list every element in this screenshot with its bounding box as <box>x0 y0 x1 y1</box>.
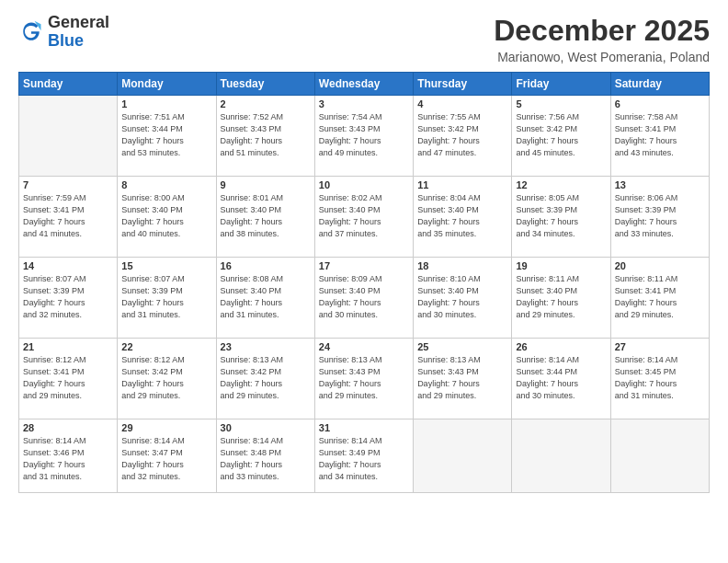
calendar-day-cell: 18Sunrise: 8:10 AMSunset: 3:40 PMDayligh… <box>414 258 512 339</box>
day-info: Sunrise: 8:14 AMSunset: 3:46 PMDaylight:… <box>23 435 113 483</box>
calendar-day-cell: 13Sunrise: 8:06 AMSunset: 3:39 PMDayligh… <box>610 177 709 258</box>
day-number: 19 <box>516 260 606 271</box>
day-number: 1 <box>121 98 211 109</box>
day-number: 29 <box>121 422 211 433</box>
calendar-day-cell: 30Sunrise: 8:14 AMSunset: 3:48 PMDayligh… <box>216 419 314 493</box>
header-friday: Friday <box>512 73 610 96</box>
calendar-table: Sunday Monday Tuesday Wednesday Thursday… <box>18 72 710 493</box>
calendar-day-cell: 3Sunrise: 7:54 AMSunset: 3:43 PMDaylight… <box>314 96 413 177</box>
day-info: Sunrise: 7:51 AMSunset: 3:44 PMDaylight:… <box>121 111 211 159</box>
day-info: Sunrise: 8:14 AMSunset: 3:44 PMDaylight:… <box>516 354 606 402</box>
logo-icon <box>18 19 44 45</box>
calendar-day-cell: 15Sunrise: 8:07 AMSunset: 3:39 PMDayligh… <box>118 258 216 339</box>
day-info: Sunrise: 8:06 AMSunset: 3:39 PMDaylight:… <box>615 192 705 240</box>
day-number: 17 <box>319 260 409 271</box>
logo-text: General Blue <box>48 14 109 51</box>
day-number: 9 <box>221 179 311 190</box>
calendar-week-row: 14Sunrise: 8:07 AMSunset: 3:39 PMDayligh… <box>19 258 710 339</box>
day-info: Sunrise: 8:12 AMSunset: 3:41 PMDaylight:… <box>23 354 113 402</box>
day-info: Sunrise: 8:08 AMSunset: 3:40 PMDaylight:… <box>221 273 311 321</box>
day-info: Sunrise: 7:58 AMSunset: 3:41 PMDaylight:… <box>615 111 705 159</box>
calendar-week-row: 7Sunrise: 7:59 AMSunset: 3:41 PMDaylight… <box>19 177 710 258</box>
day-info: Sunrise: 8:10 AMSunset: 3:40 PMDaylight:… <box>417 273 507 321</box>
day-number: 10 <box>319 179 409 190</box>
day-number: 22 <box>121 341 211 352</box>
day-info: Sunrise: 8:14 AMSunset: 3:49 PMDaylight:… <box>319 435 409 483</box>
day-number: 21 <box>23 341 113 352</box>
calendar-day-cell <box>414 419 512 493</box>
day-info: Sunrise: 8:05 AMSunset: 3:39 PMDaylight:… <box>516 192 606 240</box>
calendar-day-cell: 14Sunrise: 8:07 AMSunset: 3:39 PMDayligh… <box>19 258 118 339</box>
logo: General Blue <box>18 14 109 51</box>
calendar-week-row: 21Sunrise: 8:12 AMSunset: 3:41 PMDayligh… <box>19 339 710 419</box>
day-number: 14 <box>23 260 113 271</box>
logo-general-text: General <box>48 13 109 31</box>
header-sunday: Sunday <box>19 73 118 96</box>
calendar-day-cell: 12Sunrise: 8:05 AMSunset: 3:39 PMDayligh… <box>512 177 610 258</box>
page: General Blue December 2025 Marianowo, We… <box>0 0 728 563</box>
calendar-day-cell: 26Sunrise: 8:14 AMSunset: 3:44 PMDayligh… <box>512 339 610 419</box>
day-info: Sunrise: 8:07 AMSunset: 3:39 PMDaylight:… <box>23 273 113 321</box>
calendar-week-row: 28Sunrise: 8:14 AMSunset: 3:46 PMDayligh… <box>19 419 710 493</box>
day-info: Sunrise: 8:02 AMSunset: 3:40 PMDaylight:… <box>319 192 409 240</box>
calendar-day-cell: 19Sunrise: 8:11 AMSunset: 3:40 PMDayligh… <box>512 258 610 339</box>
calendar-day-cell: 24Sunrise: 8:13 AMSunset: 3:43 PMDayligh… <box>314 339 413 419</box>
day-info: Sunrise: 7:55 AMSunset: 3:42 PMDaylight:… <box>417 111 507 159</box>
day-number: 5 <box>516 98 606 109</box>
day-info: Sunrise: 8:13 AMSunset: 3:42 PMDaylight:… <box>221 354 311 402</box>
month-title: December 2025 <box>494 14 710 48</box>
calendar-day-cell: 20Sunrise: 8:11 AMSunset: 3:41 PMDayligh… <box>610 258 709 339</box>
calendar-day-cell: 23Sunrise: 8:13 AMSunset: 3:42 PMDayligh… <box>216 339 314 419</box>
calendar-day-cell: 17Sunrise: 8:09 AMSunset: 3:40 PMDayligh… <box>314 258 413 339</box>
calendar-day-cell: 22Sunrise: 8:12 AMSunset: 3:42 PMDayligh… <box>118 339 216 419</box>
header-saturday: Saturday <box>610 73 709 96</box>
day-number: 20 <box>615 260 705 271</box>
day-number: 18 <box>417 260 507 271</box>
day-info: Sunrise: 7:54 AMSunset: 3:43 PMDaylight:… <box>319 111 409 159</box>
calendar-day-cell: 25Sunrise: 8:13 AMSunset: 3:43 PMDayligh… <box>414 339 512 419</box>
day-info: Sunrise: 8:13 AMSunset: 3:43 PMDaylight:… <box>417 354 507 402</box>
calendar-day-cell: 2Sunrise: 7:52 AMSunset: 3:43 PMDaylight… <box>216 96 314 177</box>
day-number: 26 <box>516 341 606 352</box>
day-number: 15 <box>121 260 211 271</box>
day-number: 24 <box>319 341 409 352</box>
calendar-day-cell: 31Sunrise: 8:14 AMSunset: 3:49 PMDayligh… <box>314 419 413 493</box>
day-number: 11 <box>417 179 507 190</box>
day-number: 7 <box>23 179 113 190</box>
day-number: 16 <box>221 260 311 271</box>
calendar-day-cell: 6Sunrise: 7:58 AMSunset: 3:41 PMDaylight… <box>610 96 709 177</box>
title-block: December 2025 Marianowo, West Pomerania,… <box>494 14 710 64</box>
day-info: Sunrise: 8:11 AMSunset: 3:40 PMDaylight:… <box>516 273 606 321</box>
calendar-day-cell: 5Sunrise: 7:56 AMSunset: 3:42 PMDaylight… <box>512 96 610 177</box>
day-info: Sunrise: 8:12 AMSunset: 3:42 PMDaylight:… <box>121 354 211 402</box>
day-number: 12 <box>516 179 606 190</box>
day-number: 3 <box>319 98 409 109</box>
header-tuesday: Tuesday <box>216 73 314 96</box>
day-info: Sunrise: 8:14 AMSunset: 3:48 PMDaylight:… <box>221 435 311 483</box>
header-thursday: Thursday <box>414 73 512 96</box>
day-info: Sunrise: 7:59 AMSunset: 3:41 PMDaylight:… <box>23 192 113 240</box>
logo-blue-text: Blue <box>48 31 84 50</box>
day-info: Sunrise: 8:14 AMSunset: 3:47 PMDaylight:… <box>121 435 211 483</box>
header: General Blue December 2025 Marianowo, We… <box>18 14 710 64</box>
day-number: 27 <box>615 341 705 352</box>
day-info: Sunrise: 8:09 AMSunset: 3:40 PMDaylight:… <box>319 273 409 321</box>
calendar-day-cell: 4Sunrise: 7:55 AMSunset: 3:42 PMDaylight… <box>414 96 512 177</box>
calendar-day-cell: 8Sunrise: 8:00 AMSunset: 3:40 PMDaylight… <box>118 177 216 258</box>
weekday-header-row: Sunday Monday Tuesday Wednesday Thursday… <box>19 73 710 96</box>
day-number: 2 <box>221 98 311 109</box>
day-info: Sunrise: 8:04 AMSunset: 3:40 PMDaylight:… <box>417 192 507 240</box>
day-info: Sunrise: 8:07 AMSunset: 3:39 PMDaylight:… <box>121 273 211 321</box>
day-number: 6 <box>615 98 705 109</box>
day-info: Sunrise: 7:56 AMSunset: 3:42 PMDaylight:… <box>516 111 606 159</box>
calendar-day-cell: 1Sunrise: 7:51 AMSunset: 3:44 PMDaylight… <box>118 96 216 177</box>
day-number: 8 <box>121 179 211 190</box>
calendar-day-cell: 10Sunrise: 8:02 AMSunset: 3:40 PMDayligh… <box>314 177 413 258</box>
header-wednesday: Wednesday <box>314 73 413 96</box>
calendar-week-row: 1Sunrise: 7:51 AMSunset: 3:44 PMDaylight… <box>19 96 710 177</box>
calendar-day-cell: 27Sunrise: 8:14 AMSunset: 3:45 PMDayligh… <box>610 339 709 419</box>
location-subtitle: Marianowo, West Pomerania, Poland <box>494 50 710 64</box>
calendar-day-cell <box>19 96 118 177</box>
calendar-day-cell: 28Sunrise: 8:14 AMSunset: 3:46 PMDayligh… <box>19 419 118 493</box>
day-info: Sunrise: 7:52 AMSunset: 3:43 PMDaylight:… <box>221 111 311 159</box>
